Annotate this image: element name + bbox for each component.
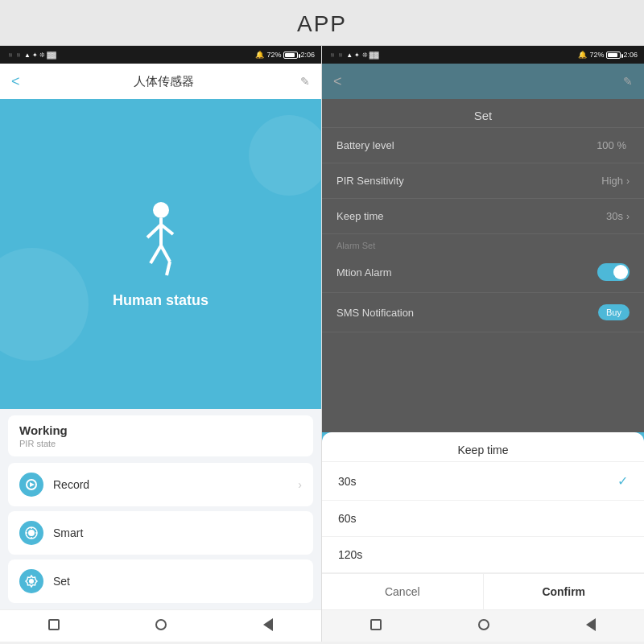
- left-status-right: 🔔 72% 2:06: [255, 51, 315, 59]
- left-status-bar: ◾◾ ▲ ✦ ❊ ▓▓ 🔔 72% 2:06: [0, 46, 321, 64]
- circle-button[interactable]: [155, 619, 167, 634]
- mtion-alarm-label: Mtion Alarm: [336, 266, 597, 279]
- working-title: Working: [19, 423, 302, 437]
- keep-time-option-120s[interactable]: 120s: [322, 537, 644, 573]
- keep-time-sheet-title: Keep time: [322, 432, 644, 462]
- right-phone: ◾◾ ▲ ✦ ❊ ▓▓ 🔔 72% 2:06 < ✎ Set Battery l…: [322, 46, 644, 642]
- nav-title: 人体传感器: [28, 74, 300, 89]
- right-time: 2:06: [623, 51, 638, 59]
- back-button[interactable]: <: [11, 73, 20, 90]
- right-square-button[interactable]: [370, 619, 382, 634]
- human-status-area: Human status: [0, 99, 321, 409]
- option-60s-label: 60s: [338, 512, 628, 525]
- record-label: Record: [53, 478, 298, 491]
- buy-button[interactable]: Buy: [598, 304, 630, 320]
- keep-time-label: Keep time: [336, 210, 606, 222]
- left-status-icons: ◾◾ ▲ ✦ ❊ ▓▓: [6, 52, 56, 59]
- deco-circle-1: [0, 248, 89, 361]
- mtion-alarm-row: Mtion Alarm: [322, 252, 644, 293]
- pir-sensitivity-value: High: [601, 175, 623, 187]
- keep-time-arrow: ›: [626, 211, 630, 222]
- pir-sensitivity-row[interactable]: PIR Sensitivity High ›: [322, 163, 644, 199]
- keep-time-value: 30s: [606, 210, 623, 222]
- battery-level-row: Battery level 100 %: [322, 128, 644, 163]
- human-figure-icon: [133, 199, 189, 279]
- sheet-actions: Cancel Confirm: [322, 573, 644, 609]
- menu-item-smart[interactable]: Smart: [8, 511, 313, 555]
- svg-point-0: [153, 202, 169, 218]
- battery-icon: [283, 52, 298, 59]
- phones-container: ◾◾ ▲ ✦ ❊ ▓▓ 🔔 72% 2:06 < 人体传感器 ✎: [0, 46, 644, 642]
- left-nav-bar: < 人体传感器 ✎: [0, 64, 321, 99]
- settings-panel: Set Battery level 100 % PIR Sensitivity …: [322, 99, 644, 432]
- option-30s-label: 30s: [338, 475, 617, 488]
- right-back-triangle-button[interactable]: [586, 618, 596, 634]
- keep-time-option-30s[interactable]: 30s ✓: [322, 462, 644, 501]
- svg-line-5: [161, 246, 170, 262]
- notification-icon: 🔔: [255, 51, 264, 59]
- smart-label: Smart: [53, 526, 302, 539]
- svg-point-9: [28, 530, 35, 536]
- time: 2:06: [300, 51, 315, 59]
- svg-point-15: [29, 579, 34, 584]
- right-nav-bar: < ✎: [322, 64, 644, 99]
- working-card: Working PIR state: [8, 415, 313, 456]
- battery-level-value: 100 %: [597, 139, 626, 151]
- right-battery-percent: 72%: [589, 51, 604, 59]
- battery-level-label: Battery level: [336, 139, 597, 151]
- svg-line-4: [151, 246, 161, 263]
- confirm-button[interactable]: Confirm: [484, 574, 645, 609]
- right-battery-icon: [606, 52, 621, 59]
- menu-item-set[interactable]: Set: [8, 559, 313, 603]
- keep-time-option-60s[interactable]: 60s: [322, 501, 644, 537]
- menu-item-record[interactable]: Record ›: [8, 463, 313, 506]
- menu-list: Record › Smart: [8, 463, 313, 603]
- right-circle-button[interactable]: [478, 619, 489, 634]
- right-back-button[interactable]: <: [333, 73, 342, 90]
- pir-sensitivity-arrow: ›: [626, 175, 630, 187]
- right-status-right: 🔔 72% 2:06: [578, 51, 638, 59]
- deco-circle-2: [249, 115, 322, 196]
- set-icon: [19, 569, 43, 593]
- battery-percent: 72%: [266, 51, 281, 59]
- mtion-alarm-toggle[interactable]: [597, 263, 630, 281]
- sms-notification-label: SMS Notification: [336, 307, 598, 319]
- set-label: Set: [53, 575, 302, 588]
- svg-marker-8: [30, 482, 35, 487]
- working-subtitle: PIR state: [19, 439, 302, 448]
- svg-line-2: [147, 225, 161, 237]
- smart-icon: [19, 521, 43, 545]
- keep-time-row[interactable]: Keep time 30s ›: [322, 199, 644, 234]
- svg-line-6: [167, 262, 170, 275]
- left-phone: ◾◾ ▲ ✦ ❊ ▓▓ 🔔 72% 2:06 < 人体传感器 ✎: [0, 46, 322, 642]
- bottom-panel: Working PIR state Record ›: [0, 409, 321, 609]
- right-android-nav: [322, 609, 644, 642]
- svg-line-3: [161, 225, 173, 234]
- record-icon: [19, 473, 43, 497]
- cancel-button[interactable]: Cancel: [322, 574, 484, 609]
- settings-title: Set: [322, 99, 644, 128]
- option-30s-check: ✓: [617, 473, 628, 489]
- alarm-set-section-label: Alarm Set: [322, 234, 644, 252]
- square-button[interactable]: [48, 619, 60, 634]
- app-title: APP: [297, 11, 347, 36]
- left-android-nav: [0, 609, 321, 642]
- right-status-bar: ◾◾ ▲ ✦ ❊ ▓▓ 🔔 72% 2:06: [322, 46, 644, 64]
- human-status-label: Human status: [113, 292, 208, 309]
- pir-sensitivity-label: PIR Sensitivity: [336, 175, 601, 187]
- app-header: APP: [0, 0, 644, 46]
- edit-button[interactable]: ✎: [300, 75, 310, 88]
- option-120s-label: 120s: [338, 548, 628, 561]
- record-arrow: ›: [298, 478, 302, 491]
- right-notification-icon: 🔔: [578, 51, 587, 59]
- keep-time-bottom-sheet: Keep time 30s ✓ 60s 120s Cancel Confirm: [322, 432, 644, 609]
- right-edit-button[interactable]: ✎: [623, 75, 633, 88]
- back-triangle-button[interactable]: [263, 618, 273, 634]
- sms-notification-row: SMS Notification Buy: [322, 293, 644, 332]
- right-status-icons: ◾◾ ▲ ✦ ❊ ▓▓: [328, 52, 378, 59]
